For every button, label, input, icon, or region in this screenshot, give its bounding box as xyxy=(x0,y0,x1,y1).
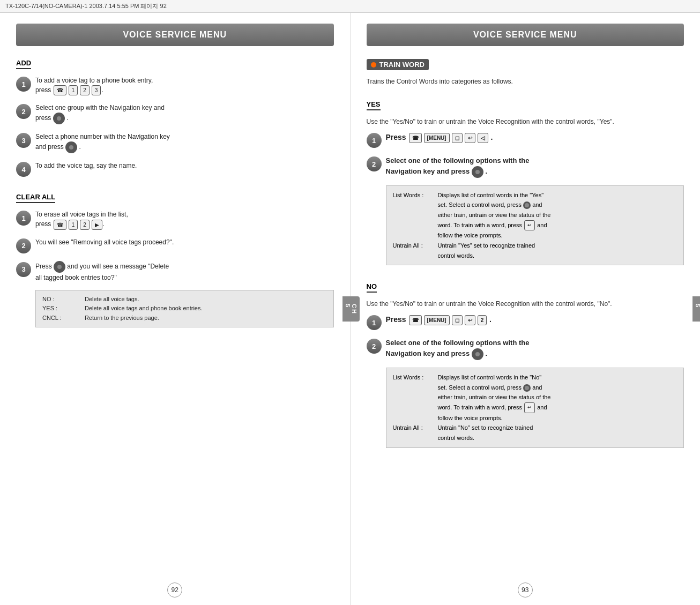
ok-icon-no-info xyxy=(523,384,531,392)
no-circle-2: 2 xyxy=(367,339,382,354)
add-step-3-text: Select a phone number with the Navigatio… xyxy=(35,132,170,153)
c-key3-icon: ▶ xyxy=(92,220,102,230)
clear-step-1-icons: ☎ 1 2 ▶ xyxy=(53,220,103,230)
clear-circle-1: 1 xyxy=(16,211,31,226)
info-yes-value: Delete all voice tags and phone book ent… xyxy=(85,304,327,313)
step-circle-4: 4 xyxy=(16,162,31,177)
menu-key-no1: [MENU] xyxy=(424,315,450,325)
no-step-2: 2 Select one of the following options wi… xyxy=(367,338,684,360)
info-row-cncl: CNCL : Return to the previous page. xyxy=(42,313,327,323)
yes-list-words-value: Displays list of control words in the "Y… xyxy=(438,190,677,241)
clear-circle-2: 2 xyxy=(16,238,31,253)
ok-icon-yes2 xyxy=(472,166,483,178)
right-page-header: VOICE SERVICE MENU xyxy=(367,24,684,46)
clear-step-3: 3 Press and you will see a message "Dele… xyxy=(16,261,334,282)
yes-untrain-value: Untrain "Yes" set to recognize trainedco… xyxy=(438,241,677,260)
key3-icon: 3 xyxy=(92,85,101,95)
yes-step-2-text: Select one of the following options with… xyxy=(386,155,530,178)
pages-container: VOICE SERVICE MENU ADD 1 To add a voice … xyxy=(0,13,700,605)
yes-circle-2: 2 xyxy=(367,156,382,171)
clear-step-2: 2 You will see "Removing all voice tags … xyxy=(16,237,334,253)
add-step-1-icons: ☎ 1 2 3 xyxy=(53,85,102,95)
right-header-text: VOICE SERVICE MENU xyxy=(473,30,577,39)
no-step-2-text: Select one of the following options with… xyxy=(386,338,530,360)
step-circle-2: 2 xyxy=(16,104,31,119)
add-title: ADD xyxy=(16,59,31,69)
train-word-desc: Trains the Control Words into categories… xyxy=(367,77,684,86)
add-step-2-text: Select one group with the Navigation key… xyxy=(35,103,165,124)
train-key-yes: ↩ xyxy=(524,220,535,230)
yes-list-words-label: List Words : xyxy=(393,190,436,241)
key2-icon: 2 xyxy=(80,85,90,95)
menu-key-yes1: [MENU] xyxy=(424,133,450,143)
key1-icon: 1 xyxy=(69,85,78,95)
no-step-1-text: Press ☎ [MENU] ◻ ↩ 2 . xyxy=(386,314,492,325)
yes-title: YES xyxy=(367,100,381,110)
info-no-value: Delete all voice tags. xyxy=(85,295,327,304)
yes-step-1: 1 Press ☎ [MENU] ◻ ↩ ◁ . xyxy=(367,132,684,148)
train-key-no: ↩ xyxy=(524,402,535,413)
right-page-num: 93 xyxy=(518,582,533,597)
nav-icon-yes2: ↩ xyxy=(465,133,475,143)
info-row-no: NO : Delete all voice tags. xyxy=(42,295,327,304)
clear-info-box: NO : Delete all voice tags. YES : Delete… xyxy=(35,290,334,328)
yes-step-1-icons: ☎ [MENU] ◻ ↩ ◁ xyxy=(408,133,489,143)
yes-list-words-row: List Words : Displays list of control wo… xyxy=(393,190,677,241)
back-icon-yes1: ◁ xyxy=(478,133,488,143)
add-step-4: 4 To add the voice tag, say the name. xyxy=(16,161,334,177)
yes-circle-1: 1 xyxy=(367,133,382,148)
clear-circle-3: 3 xyxy=(16,262,31,277)
step-circle-3: 3 xyxy=(16,133,31,148)
yes-step-1-text: Press ☎ [MENU] ◻ ↩ ◁ . xyxy=(386,132,493,143)
add-step-3: 3 Select a phone number with the Navigat… xyxy=(16,132,334,153)
train-word-title: TRAIN WORD xyxy=(367,59,429,70)
yes-section: YES Use the "Yes/No" to train or untrain… xyxy=(367,92,684,265)
no-desc: Use the "Yes/No" to train or untrain the… xyxy=(367,299,684,309)
no-title: NO xyxy=(367,282,377,293)
clear-step-3-text: Press and you will see a message "Delete… xyxy=(35,261,169,282)
clear-all-title: CLEAR ALL xyxy=(16,193,55,203)
ok-icon-no2 xyxy=(472,348,483,360)
yes-step-2: 2 Select one of the following options wi… xyxy=(367,155,684,178)
topbar-text: TX-120C-7/14(NO-CAMERA)-1 2003.7.14 5:55… xyxy=(5,3,167,9)
ok-icon-yes-info xyxy=(523,201,531,209)
right-page: VOICE SERVICE MENU TRAIN WORD Trains the… xyxy=(351,13,701,605)
no-circle-1: 1 xyxy=(367,315,382,330)
info-cncl-value: Return to the previous page. xyxy=(85,313,327,323)
no-list-words-label: List Words : xyxy=(393,372,436,423)
add-step-2: 2 Select one group with the Navigation k… xyxy=(16,103,334,124)
left-page-header: VOICE SERVICE MENU xyxy=(16,24,334,46)
clear-step-2-text: You will see "Removing all voice tags pr… xyxy=(35,237,174,247)
phone-key-icon2: ☎ xyxy=(54,220,66,230)
train-word-section: TRAIN WORD Trains the Control Words into… xyxy=(367,57,684,86)
nav-icon-no1: ◻ xyxy=(452,315,463,325)
phone-key-no1: ☎ xyxy=(409,315,422,325)
left-page: VOICE SERVICE MENU ADD 1 To add a voice … xyxy=(0,13,351,605)
nav-icon-yes1: ◻ xyxy=(452,133,463,143)
add-section: ADD 1 To add a voice tag to a phone book… xyxy=(16,57,334,177)
left-page-num: 92 xyxy=(167,582,182,597)
no-info-box: List Words : Displays list of control wo… xyxy=(386,368,684,448)
yes-info-box: List Words : Displays list of control wo… xyxy=(386,185,684,266)
clear-all-section: CLEAR ALL 1 To erase all voice tags in t… xyxy=(16,184,334,327)
phone-key-yes1: ☎ xyxy=(409,133,422,143)
nav-icon-no2: ↩ xyxy=(465,315,475,325)
c-key1-icon: 1 xyxy=(69,220,78,230)
key2-no1: 2 xyxy=(478,315,487,325)
right-ch-tab: CH5 xyxy=(692,296,700,322)
add-step-4-text: To add the voice tag, say the name. xyxy=(35,161,137,170)
phone-key-icon: ☎ xyxy=(54,85,66,95)
yes-desc: Use the "Yes/No" to train or untrain the… xyxy=(367,117,684,126)
info-row-yes: YES : Delete all voice tags and phone bo… xyxy=(42,304,327,313)
no-untrain-value: Untrain "No" set to recognize trainedcon… xyxy=(438,423,677,443)
no-untrain-label: Untrain All : xyxy=(393,423,436,443)
top-bar: TX-120C-7/14(NO-CAMERA)-1 2003.7.14 5:55… xyxy=(0,0,700,13)
info-yes-label: YES : xyxy=(42,304,83,313)
clear-step-1: 1 To erase all voice tags in the list, p… xyxy=(16,210,334,229)
left-header-text: VOICE SERVICE MENU xyxy=(123,30,227,39)
c-key2-icon: 2 xyxy=(80,220,90,230)
clear-step-1-text: To erase all voice tags in the list, pre… xyxy=(35,210,128,229)
info-cncl-label: CNCL : xyxy=(42,313,83,323)
no-list-words-value: Displays list of control words in the "N… xyxy=(438,372,677,423)
step-circle-1: 1 xyxy=(16,77,31,92)
